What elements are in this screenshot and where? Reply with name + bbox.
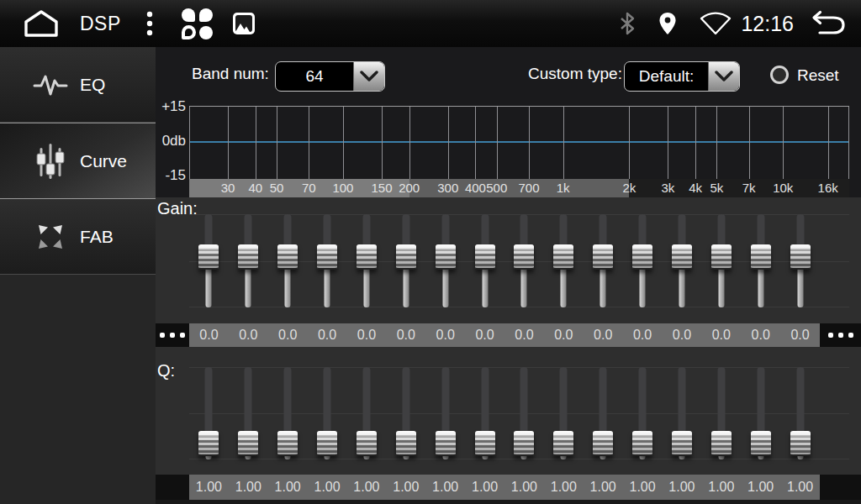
q-slider-7[interactable] — [425, 367, 465, 459]
q-value-2: 1.00 — [229, 475, 268, 500]
gain-slider-6[interactable] — [386, 214, 425, 307]
q-slider-thumb[interactable] — [672, 431, 692, 456]
eq-plot — [189, 106, 849, 179]
gallery-icon[interactable] — [233, 13, 255, 34]
gain-slider-8[interactable] — [465, 214, 504, 307]
gain-slider-thumb[interactable] — [198, 244, 219, 270]
q-slider-thumb[interactable] — [593, 431, 613, 456]
gain-slider-thumb[interactable] — [475, 244, 495, 270]
status-bar: DSP 12:16 — [0, 0, 861, 47]
gain-slider-9[interactable] — [504, 214, 544, 307]
apps-clover-icon[interactable] — [182, 8, 213, 39]
menu-dots-icon[interactable] — [146, 10, 153, 37]
more-dots-icon — [828, 333, 833, 338]
q-slider-5[interactable] — [347, 367, 387, 459]
gain-slider-thumb[interactable] — [238, 244, 258, 270]
gain-slider-thumb[interactable] — [357, 244, 377, 270]
gain-slider-11[interactable] — [584, 214, 623, 307]
gain-slider-12[interactable] — [623, 214, 663, 307]
q-slider-13[interactable] — [663, 367, 702, 459]
grid-line — [309, 107, 309, 179]
reset-radio[interactable] — [770, 66, 789, 84]
home-icon[interactable] — [22, 9, 61, 38]
gain-slider-thumb[interactable] — [751, 244, 771, 270]
gain-slider-15[interactable] — [741, 214, 780, 307]
gain-slider-10[interactable] — [544, 214, 584, 307]
q-slider-thumb[interactable] — [711, 431, 732, 456]
q-value-10: 1.00 — [544, 475, 584, 500]
gain-slider-16[interactable] — [780, 214, 820, 307]
gain-slider-thumb[interactable] — [396, 244, 416, 270]
q-slider-8[interactable] — [465, 367, 504, 459]
q-slider-thumb[interactable] — [790, 431, 811, 456]
gain-slider-4[interactable] — [308, 214, 347, 307]
gain-slider-thumb[interactable] — [436, 244, 456, 270]
gain-slider-thumb[interactable] — [317, 244, 337, 270]
q-value-8: 1.00 — [465, 475, 504, 500]
q-values-strip: 1.001.001.001.001.001.001.001.001.001.00… — [189, 475, 820, 500]
gain-slider-thumb[interactable] — [593, 244, 613, 270]
gain-slider-13[interactable] — [663, 214, 702, 307]
gain-slider-1[interactable] — [189, 214, 229, 307]
freq-tick-label: 200 — [399, 179, 420, 197]
gain-slider-thumb[interactable] — [672, 244, 692, 270]
q-slider-4[interactable] — [308, 367, 347, 459]
q-slider-thumb[interactable] — [277, 431, 298, 456]
q-slider-1[interactable] — [189, 367, 229, 459]
sidebar-item-eq[interactable]: EQ — [0, 47, 156, 123]
gain-slider-thumb[interactable] — [711, 244, 732, 270]
q-slider-11[interactable] — [584, 367, 623, 459]
q-slider-thumb[interactable] — [553, 431, 573, 456]
q-slider-6[interactable] — [386, 367, 425, 459]
band-num-dropdown[interactable]: 64 — [275, 61, 385, 92]
grid-line — [783, 107, 784, 179]
q-slider-10[interactable] — [544, 367, 584, 459]
q-slider-thumb[interactable] — [357, 431, 377, 456]
gain-slider-thumb[interactable] — [277, 244, 298, 270]
q-slider-3[interactable] — [268, 367, 308, 459]
q-slider-thumb[interactable] — [632, 431, 652, 456]
q-slider-thumb[interactable] — [396, 431, 416, 456]
gain-value-2: 0.0 — [229, 323, 268, 347]
q-slider-thumb[interactable] — [198, 431, 219, 456]
q-slider-9[interactable] — [504, 367, 544, 459]
back-icon[interactable] — [809, 9, 848, 38]
gain-slider-thumb[interactable] — [632, 244, 652, 270]
plot-border-line — [189, 107, 190, 179]
gain-value-11: 0.0 — [584, 323, 623, 347]
grid-line — [828, 107, 829, 179]
custom-type-dropdown[interactable]: Default: — [624, 61, 740, 92]
gain-slider-thumb[interactable] — [553, 244, 573, 270]
gain-slider-7[interactable] — [425, 214, 465, 307]
q-slider-thumb[interactable] — [751, 431, 771, 456]
gain-slider-14[interactable] — [701, 214, 741, 307]
gain-slider-2[interactable] — [229, 214, 268, 307]
q-slider-thumb[interactable] — [475, 431, 495, 456]
gain-more-left-button[interactable] — [156, 323, 189, 347]
q-slider-16[interactable] — [780, 367, 820, 459]
q-slider-2[interactable] — [229, 367, 268, 459]
gain-slider-thumb[interactable] — [790, 244, 811, 270]
gain-slider-3[interactable] — [268, 214, 308, 307]
grid-line — [695, 107, 696, 179]
sidebar-item-curve[interactable]: Curve — [0, 123, 156, 199]
q-slider-thumb[interactable] — [238, 431, 258, 456]
q-slider-15[interactable] — [741, 367, 780, 459]
q-slider-12[interactable] — [623, 367, 663, 459]
y-axis-label-max: +15 — [156, 99, 186, 114]
q-slider-14[interactable] — [701, 367, 741, 459]
gain-slider-5[interactable] — [347, 214, 387, 307]
gain-slider-row — [189, 214, 820, 307]
grid-line — [563, 107, 564, 179]
q-slider-thumb[interactable] — [436, 431, 456, 456]
grid-line — [475, 107, 476, 179]
sidebar-item-fab[interactable]: FAB — [0, 199, 156, 275]
gain-more-right-button[interactable] — [820, 323, 861, 347]
q-slider-thumb[interactable] — [317, 431, 337, 456]
q-value-16: 1.00 — [780, 475, 820, 500]
chevron-down-icon[interactable] — [708, 62, 739, 91]
q-slider-thumb[interactable] — [514, 431, 534, 456]
gain-slider-thumb[interactable] — [514, 244, 534, 270]
chevron-down-icon[interactable] — [353, 62, 384, 91]
q-value-7: 1.00 — [425, 475, 465, 500]
